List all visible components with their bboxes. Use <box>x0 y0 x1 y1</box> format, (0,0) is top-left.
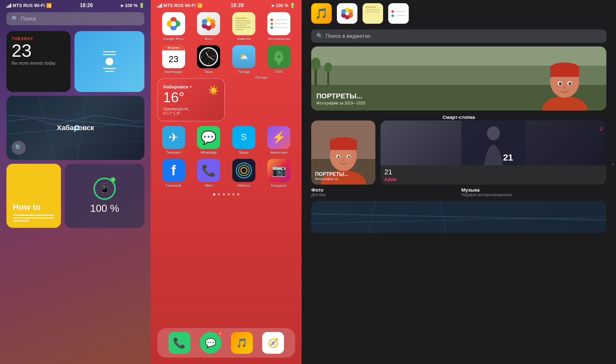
app-google-photos[interactable]: Google Фото <box>157 12 190 41</box>
weather-desc-area: Преимуществ... H:17° L:8° <box>163 107 191 116</box>
calendar-label: Календарь <box>165 70 183 74</box>
photo-small-text: ПОРТРЕТЫ... Фотографии за... <box>315 171 348 181</box>
photos-label: Фото <box>205 37 213 41</box>
app-calendar[interactable]: Вторник 23 Календарь <box>157 45 190 74</box>
dock: 📞 💬 2 🎵 🧭 <box>157 328 295 358</box>
map-widget-preview[interactable] <box>311 201 606 233</box>
p2-time: 18:28 <box>231 3 244 8</box>
weather-icon-area: ☀️ <box>208 85 219 96</box>
photo-app-sub: Для Вас <box>311 193 456 197</box>
clock-second-hand <box>209 55 216 57</box>
weather-city: Хабаровск <box>163 84 188 89</box>
photos-icon <box>197 12 220 35</box>
weather-sun-icon: ☀️ <box>208 86 219 95</box>
carrier-label: MTS RUS Wi-Fi <box>13 3 45 8</box>
svg-point-16 <box>206 21 211 26</box>
clock-line-1 <box>103 51 116 52</box>
page-dot-2[interactable] <box>218 193 220 195</box>
search-placeholder: Поиск <box>21 16 36 22</box>
phone-icon: 📞 <box>168 332 190 354</box>
google-photos-icon <box>162 12 185 35</box>
strip-icon-photos[interactable] <box>337 3 357 24</box>
app-viber[interactable]: 📞 Viber <box>193 159 225 187</box>
weather-widget-top: Хабаровск ➤ 16° ☀️ <box>163 84 219 105</box>
weather-widget[interactable]: Хабаровск ➤ 16° ☀️ Преимуществ... H:17° … <box>157 78 225 121</box>
p2-status-right: ▶ 100 % 🔋 <box>272 3 295 8</box>
calendar-widget[interactable]: TUESDAY 23 No more events today <box>6 31 71 92</box>
page-dot-3[interactable] <box>223 193 225 195</box>
app-messenger[interactable]: ⚡ Messenger <box>263 126 295 154</box>
app-2gis[interactable]: 2ГИС <box>263 45 295 74</box>
app-reminders[interactable]: Напоминания <box>263 12 295 41</box>
app-skype[interactable]: S Skype <box>227 126 260 154</box>
clock-circle <box>106 58 113 65</box>
svg-point-40 <box>569 82 571 85</box>
strip-icon-music[interactable]: 🎵 <box>311 3 332 24</box>
map-widget[interactable]: Хабаровск 🔍 <box>6 96 144 160</box>
app-facebook[interactable]: f Facebook <box>157 159 190 187</box>
app-emotion[interactable]: eMotion <box>227 159 260 187</box>
photo-label-row: Фото Для Вас Музыка Недавно воспроизведе… <box>302 187 616 197</box>
dock-messages[interactable]: 💬 2 <box>200 332 221 354</box>
app-photos[interactable]: Фото <box>193 12 225 41</box>
panel2-home-screen: MTS RUS Wi-Fi 📶 18:28 ▶ 100 % 🔋 <box>151 0 302 364</box>
p2-gps-icon: ▶ <box>272 4 274 8</box>
search-icon: 🔍 <box>12 15 18 22</box>
weather-info: Хабаровск ➤ 16° <box>163 84 193 105</box>
messenger-icon: ⚡ <box>267 126 290 149</box>
app-instagram[interactable]: 📷 Instagram <box>263 159 295 187</box>
clock-line-4 <box>105 71 114 72</box>
battery-widget[interactable]: ⚡ 📱 100 % <box>65 164 144 228</box>
app-notes[interactable]: Заметки <box>227 12 260 41</box>
panel1-search-bar[interactable]: 🔍 Поиск <box>6 12 144 25</box>
page-dot-1[interactable] <box>213 193 215 195</box>
howto-widget[interactable]: How to <box>6 164 61 228</box>
svg-point-9 <box>171 21 176 26</box>
app-telegram[interactable]: ✈ Telegram <box>157 126 190 154</box>
notes-icon <box>232 12 255 35</box>
app-whatsapp[interactable]: 💬 WhatsApp <box>193 126 225 154</box>
weather-temp: 16° <box>163 89 193 105</box>
map-search-button[interactable]: 🔍 <box>12 141 26 155</box>
photo-app-name: Фото <box>311 187 456 193</box>
music-app-name: Музыка <box>461 187 606 193</box>
app-clock[interactable]: 12 3 6 9 Часы <box>193 45 225 74</box>
svg-line-4 <box>6 141 144 147</box>
music-widget[interactable]: ♪ 21 21 Adele <box>381 120 606 185</box>
skype-icon: S <box>232 126 255 149</box>
photo-widget-small[interactable]: ПОРТРЕТЫ... Фотографии за... <box>311 120 375 185</box>
weather-widget-label: Погода <box>227 76 295 121</box>
strip-icon-notes[interactable] <box>363 3 383 24</box>
dock-phone[interactable]: 📞 <box>168 332 190 354</box>
strip-icon-reminders[interactable] <box>388 3 409 24</box>
battery-icon: 🔋 <box>139 3 144 8</box>
p2-wifi-icon: 📶 <box>197 3 202 8</box>
page-dot-4[interactable] <box>227 193 230 195</box>
page-dot-5[interactable] <box>232 193 235 195</box>
2gis-label: 2ГИС <box>274 70 283 74</box>
app-weather[interactable]: ⛅ Погода <box>227 45 260 74</box>
svg-text:S: S <box>241 132 247 142</box>
dock-music[interactable]: 🎵 <box>231 332 253 354</box>
weather-description: Преимуществ... <box>163 107 191 111</box>
p2-carrier: MTS RUS Wi-Fi <box>163 3 196 8</box>
battery-percent: 100 % <box>90 203 119 214</box>
whatsapp-label: WhatsApp <box>201 151 217 154</box>
dock-safari[interactable]: 🧭 <box>262 332 284 354</box>
svg-point-52 <box>348 156 350 158</box>
battery-bolt: ⚡ <box>110 177 116 182</box>
portrait-widget-large[interactable]: ПОРТРЕТЫ... Фотографии за 2019—2020 <box>311 46 606 111</box>
reminders-icon <box>267 12 290 35</box>
weather-cloud-icon: ⛅ <box>239 53 248 61</box>
calendar-subtitle: No more events today <box>12 60 65 66</box>
wifi-icon: 📶 <box>46 3 52 8</box>
battery-label: 100 % <box>125 3 138 8</box>
page-dot-6[interactable] <box>237 193 239 195</box>
clock-widget-small[interactable] <box>74 31 144 92</box>
photo-small-subtitle: Фотографии за... <box>315 177 348 181</box>
panel1-widget-screen: MTS RUS Wi-Fi 📶 18:26 ▶ 100 % 🔋 🔍 Поиск … <box>0 0 151 364</box>
gallery-search[interactable]: 🔍 Поиск в виджетах <box>311 29 606 43</box>
widget-row-1: TUESDAY 23 No more events today <box>6 31 144 92</box>
p2-battery-label: 100 % <box>276 3 288 8</box>
p2-battery-icon: 🔋 <box>290 3 295 8</box>
